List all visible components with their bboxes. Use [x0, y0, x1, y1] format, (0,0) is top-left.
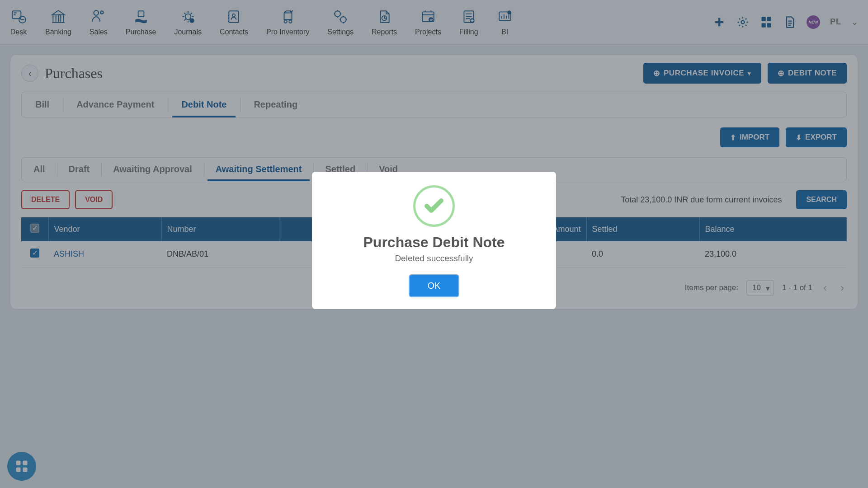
success-icon — [413, 185, 455, 227]
success-modal: Purchase Debit Note Deleted successfully… — [312, 172, 556, 309]
modal-ok-button[interactable]: OK — [409, 274, 460, 297]
modal-overlay[interactable]: Purchase Debit Note Deleted successfully… — [0, 0, 868, 488]
modal-title: Purchase Debit Note — [363, 234, 505, 251]
modal-message: Deleted successfully — [395, 253, 473, 263]
